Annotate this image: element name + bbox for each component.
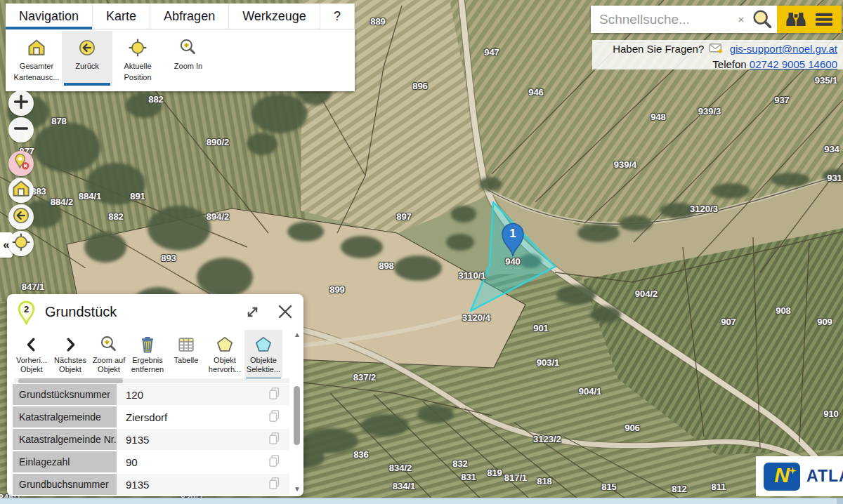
clear-marker-icon [11,152,32,175]
button-label: Zoom In [174,62,202,71]
row-label: Katastralgemeinde [13,406,117,427]
panel-btn-nächstes[interactable]: NächstesObjekt [51,330,89,378]
tab-label: Navigation [19,9,79,24]
tab-label: Werkzeuge [242,9,306,24]
panel-hscrollbar[interactable] [14,378,289,383]
copy-button[interactable] [259,384,289,405]
copy-icon [268,477,280,493]
button-label: Position [124,73,151,82]
vscroll-thumb[interactable] [294,386,300,445]
copy-button[interactable] [259,451,289,472]
button-label: Aktuelle [124,62,151,71]
map-controls [8,91,34,258]
button-label: Selektie... [247,365,280,374]
tab-navigation[interactable]: Navigation [6,4,93,29]
zoom-plus-icon [98,333,119,356]
remove-marker-button[interactable] [8,151,34,176]
tab-help[interactable]: ? [320,4,355,29]
star-icon [789,465,797,477]
select-pentagon-icon [253,333,274,356]
scroll-up-icon[interactable]: ▲ [292,331,302,338]
clear-search-icon[interactable]: × [735,6,747,33]
row-label: Grundbuchsnummer [13,474,117,495]
panel-vscrollbar[interactable]: ▲ ▼ [292,331,302,493]
table-row: KatastralgemeindeZiersdorf [13,406,289,427]
button-label: Zoom auf [93,356,125,365]
copy-button[interactable] [259,429,289,450]
row-value: 120 [117,384,259,405]
chevron-left-icon [22,333,41,356]
zoom-in-button[interactable] [8,91,34,116]
panel-btn-vorheri[interactable]: Vorheri...Objekt [13,330,51,378]
copy-icon [268,432,280,448]
atlas-logo: N ATLAS [756,456,843,496]
panel-toolbar: Vorheri...ObjektNächstesObjektZoom aufOb… [13,330,283,378]
back-circle-icon [77,36,98,60]
scrollbar-corner [837,498,843,504]
button-label: Objekt [59,365,81,374]
atlas-wordmark: ATLAS [806,467,843,486]
copy-button[interactable] [259,406,289,427]
tab-werkzeuge[interactable]: Werkzeuge [229,4,320,29]
copy-button[interactable] [259,474,289,495]
button-label: Vorheri... [16,356,47,365]
copy-icon [268,454,280,470]
current-position-button[interactable] [8,231,34,256]
panel-btn-tabelle[interactable]: Tabelle [167,330,205,378]
tab-label: Abfragen [164,9,215,24]
page-hscrollbar[interactable] [0,498,843,504]
row-value: 9135 [117,429,259,450]
tab-karte[interactable]: Karte [93,4,150,29]
search-button[interactable] [747,6,777,33]
panel-btn-objekte[interactable]: ObjekteSelektie... [244,330,282,378]
table-row: Grundstücksnummer120 [13,384,289,405]
button-label: Objekt [214,356,236,365]
ribbon-zurück[interactable]: Zurück [62,31,112,86]
result-marker-number: 2 [17,304,36,314]
button-label: Kartenausc... [14,73,60,82]
home-icon [11,178,32,202]
panel-btn-ergebnis[interactable]: Ergebnisentfernen [129,330,166,378]
row-label: Grundstücksnummer [13,384,117,405]
row-label: Katastralgemeinde Nr. [13,429,117,450]
menu-tabs: NavigationKarteAbfragenWerkzeuge? [6,4,355,29]
highlight-pentagon-icon [214,333,235,356]
grundstueck-panel: 2 Grundstück Vorheri...ObjektNächstesObj… [7,294,303,496]
panel-btn-zoom-auf[interactable]: Zoom aufObjekt [90,330,128,378]
phone-label: Telefon [712,58,746,70]
search-input[interactable] [591,6,735,33]
home-button[interactable] [8,178,34,203]
position-icon [11,232,32,256]
tab-label: Karte [106,9,136,24]
row-label: Einlagezahl [13,451,117,472]
panel-header: 2 Grundstück [7,294,303,329]
back-button[interactable] [8,204,34,230]
tab-label: ? [334,9,341,24]
button-label: Objekte [250,356,277,365]
scroll-down-icon[interactable]: ▼ [292,485,302,493]
expand-icon[interactable] [245,305,260,319]
button-label: Nächstes [54,356,86,365]
search-extra-buttons [777,6,842,33]
panel-btn-objekt[interactable]: Objekthervorh... [206,330,244,378]
row-value: 9135 [117,474,259,495]
ribbon-aktuelle[interactable]: AktuellePosition [112,31,163,86]
panel-title: Grundstück [45,304,245,320]
phone-link[interactable]: 02742 9005 14600 [750,58,837,70]
plus-icon [11,91,32,115]
binoculars-icon[interactable] [785,11,807,28]
hscroll-thumb[interactable] [18,378,123,383]
tab-abfragen[interactable]: Abfragen [150,4,229,29]
copy-icon [268,409,280,425]
table-icon [176,333,197,356]
menu-icon[interactable] [814,11,834,28]
support-email-link[interactable]: gis-support@noel.gv.at [730,43,837,55]
button-label: Tabelle [174,356,199,365]
marker-number: 1 [499,227,527,241]
ribbon-gesamter[interactable]: GesamterKartenausc... [11,31,62,86]
zoom-out-button[interactable] [8,117,34,142]
table-row: Katastralgemeinde Nr.9135 [13,429,289,450]
close-icon[interactable] [277,303,294,320]
zoom-plus-icon [178,36,199,60]
ribbon-zoom-in[interactable]: Zoom In [163,31,214,86]
